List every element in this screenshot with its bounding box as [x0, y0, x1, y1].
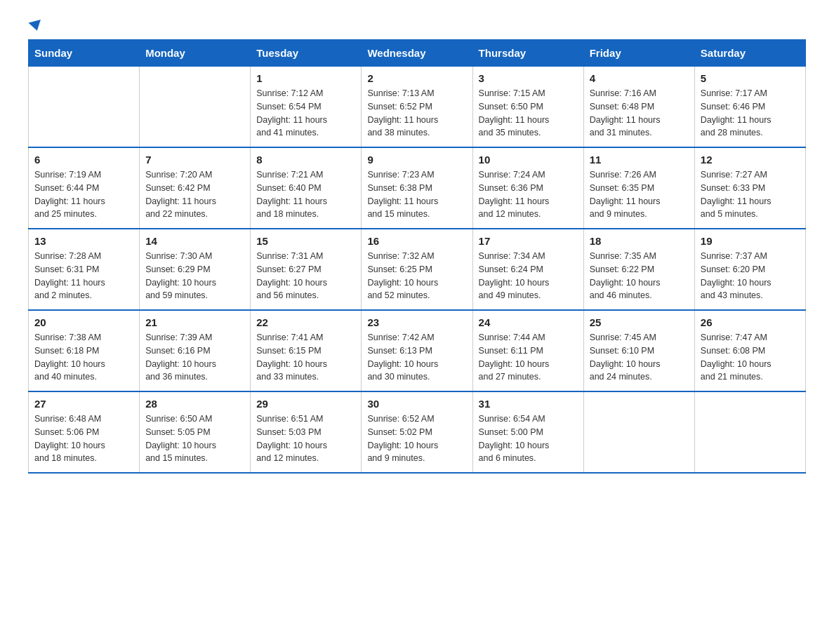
- calendar-cell: 18Sunrise: 7:35 AM Sunset: 6:22 PM Dayli…: [583, 229, 694, 310]
- calendar-cell: 27Sunrise: 6:48 AM Sunset: 5:06 PM Dayli…: [29, 391, 140, 473]
- weekday-header-wednesday: Wednesday: [362, 40, 472, 67]
- day-info: Sunrise: 7:44 AM Sunset: 6:11 PM Dayligh…: [479, 331, 578, 384]
- logo-triangle-icon: [28, 20, 43, 32]
- day-info: Sunrise: 6:52 AM Sunset: 5:02 PM Dayligh…: [367, 412, 466, 465]
- day-number: 2: [367, 72, 466, 84]
- calendar-week-row: 27Sunrise: 6:48 AM Sunset: 5:06 PM Dayli…: [29, 391, 806, 473]
- calendar-cell: 7Sunrise: 7:20 AM Sunset: 6:42 PM Daylig…: [140, 147, 251, 229]
- calendar-cell: 30Sunrise: 6:52 AM Sunset: 5:02 PM Dayli…: [362, 391, 472, 473]
- day-number: 12: [701, 154, 800, 166]
- day-info: Sunrise: 7:39 AM Sunset: 6:16 PM Dayligh…: [145, 331, 244, 384]
- calendar-cell: 22Sunrise: 7:41 AM Sunset: 6:15 PM Dayli…: [251, 310, 362, 391]
- calendar-cell: 26Sunrise: 7:47 AM Sunset: 6:08 PM Dayli…: [694, 310, 805, 391]
- calendar-cell: 6Sunrise: 7:19 AM Sunset: 6:44 PM Daylig…: [29, 147, 140, 229]
- day-number: 16: [367, 235, 466, 247]
- calendar-cell: 10Sunrise: 7:24 AM Sunset: 6:36 PM Dayli…: [472, 147, 583, 229]
- calendar-cell: [694, 391, 805, 473]
- day-number: 4: [590, 72, 689, 84]
- calendar-cell: 29Sunrise: 6:51 AM Sunset: 5:03 PM Dayli…: [251, 391, 362, 473]
- calendar-cell: 8Sunrise: 7:21 AM Sunset: 6:40 PM Daylig…: [251, 147, 362, 229]
- day-info: Sunrise: 7:31 AM Sunset: 6:27 PM Dayligh…: [256, 250, 355, 302]
- day-info: Sunrise: 6:51 AM Sunset: 5:03 PM Dayligh…: [256, 412, 355, 465]
- day-info: Sunrise: 7:15 AM Sunset: 6:50 PM Dayligh…: [479, 87, 578, 140]
- day-info: Sunrise: 7:32 AM Sunset: 6:25 PM Dayligh…: [367, 250, 466, 302]
- day-info: Sunrise: 6:54 AM Sunset: 5:00 PM Dayligh…: [479, 412, 578, 465]
- day-number: 8: [256, 154, 355, 166]
- day-info: Sunrise: 7:23 AM Sunset: 6:38 PM Dayligh…: [367, 168, 466, 221]
- day-info: Sunrise: 7:19 AM Sunset: 6:44 PM Dayligh…: [34, 168, 133, 221]
- calendar-cell: 28Sunrise: 6:50 AM Sunset: 5:05 PM Dayli…: [140, 391, 251, 473]
- calendar-cell: 17Sunrise: 7:34 AM Sunset: 6:24 PM Dayli…: [472, 229, 583, 310]
- day-number: 7: [145, 154, 244, 166]
- day-info: Sunrise: 7:38 AM Sunset: 6:18 PM Dayligh…: [34, 331, 133, 384]
- day-number: 17: [479, 235, 578, 247]
- weekday-header-thursday: Thursday: [472, 40, 583, 67]
- calendar-cell: 31Sunrise: 6:54 AM Sunset: 5:00 PM Dayli…: [472, 391, 583, 473]
- calendar-cell: 19Sunrise: 7:37 AM Sunset: 6:20 PM Dayli…: [694, 229, 805, 310]
- logo: [28, 21, 42, 31]
- day-number: 5: [701, 72, 800, 84]
- calendar-cell: 5Sunrise: 7:17 AM Sunset: 6:46 PM Daylig…: [694, 67, 805, 148]
- weekday-header-tuesday: Tuesday: [251, 40, 362, 67]
- weekday-header-saturday: Saturday: [694, 40, 805, 67]
- day-number: 14: [145, 235, 244, 247]
- calendar-cell: [29, 67, 140, 148]
- day-info: Sunrise: 7:42 AM Sunset: 6:13 PM Dayligh…: [367, 331, 466, 384]
- calendar-cell: 21Sunrise: 7:39 AM Sunset: 6:16 PM Dayli…: [140, 310, 251, 391]
- calendar-cell: 14Sunrise: 7:30 AM Sunset: 6:29 PM Dayli…: [140, 229, 251, 310]
- day-info: Sunrise: 7:21 AM Sunset: 6:40 PM Dayligh…: [256, 168, 355, 221]
- calendar-cell: 12Sunrise: 7:27 AM Sunset: 6:33 PM Dayli…: [694, 147, 805, 229]
- day-number: 3: [479, 72, 578, 84]
- day-number: 22: [256, 316, 355, 328]
- day-info: Sunrise: 7:30 AM Sunset: 6:29 PM Dayligh…: [145, 250, 244, 302]
- day-info: Sunrise: 7:41 AM Sunset: 6:15 PM Dayligh…: [256, 331, 355, 384]
- calendar-cell: 16Sunrise: 7:32 AM Sunset: 6:25 PM Dayli…: [362, 229, 472, 310]
- day-number: 9: [367, 154, 466, 166]
- calendar-week-row: 13Sunrise: 7:28 AM Sunset: 6:31 PM Dayli…: [29, 229, 806, 310]
- day-info: Sunrise: 7:26 AM Sunset: 6:35 PM Dayligh…: [590, 168, 689, 221]
- day-number: 21: [145, 316, 244, 328]
- calendar-header-row: SundayMondayTuesdayWednesdayThursdayFrid…: [29, 40, 806, 67]
- calendar-cell: 24Sunrise: 7:44 AM Sunset: 6:11 PM Dayli…: [472, 310, 583, 391]
- day-number: 26: [701, 316, 800, 328]
- calendar-cell: 25Sunrise: 7:45 AM Sunset: 6:10 PM Dayli…: [583, 310, 694, 391]
- day-number: 27: [34, 398, 133, 410]
- day-info: Sunrise: 6:48 AM Sunset: 5:06 PM Dayligh…: [34, 412, 133, 465]
- day-number: 30: [367, 398, 466, 410]
- day-info: Sunrise: 7:45 AM Sunset: 6:10 PM Dayligh…: [590, 331, 689, 384]
- calendar-week-row: 1Sunrise: 7:12 AM Sunset: 6:54 PM Daylig…: [29, 67, 806, 148]
- day-info: Sunrise: 7:24 AM Sunset: 6:36 PM Dayligh…: [479, 168, 578, 221]
- calendar-cell: 2Sunrise: 7:13 AM Sunset: 6:52 PM Daylig…: [362, 67, 472, 148]
- calendar-cell: 11Sunrise: 7:26 AM Sunset: 6:35 PM Dayli…: [583, 147, 694, 229]
- calendar-week-row: 20Sunrise: 7:38 AM Sunset: 6:18 PM Dayli…: [29, 310, 806, 391]
- day-number: 28: [145, 398, 244, 410]
- calendar-cell: [140, 67, 251, 148]
- day-number: 1: [256, 72, 355, 84]
- day-info: Sunrise: 7:20 AM Sunset: 6:42 PM Dayligh…: [145, 168, 244, 221]
- day-number: 10: [479, 154, 578, 166]
- day-info: Sunrise: 7:35 AM Sunset: 6:22 PM Dayligh…: [590, 250, 689, 302]
- calendar-cell: [583, 391, 694, 473]
- day-info: Sunrise: 7:37 AM Sunset: 6:20 PM Dayligh…: [701, 250, 800, 302]
- day-number: 24: [479, 316, 578, 328]
- weekday-header-monday: Monday: [140, 40, 251, 67]
- day-info: Sunrise: 7:28 AM Sunset: 6:31 PM Dayligh…: [34, 250, 133, 302]
- calendar-cell: 23Sunrise: 7:42 AM Sunset: 6:13 PM Dayli…: [362, 310, 472, 391]
- calendar-cell: 3Sunrise: 7:15 AM Sunset: 6:50 PM Daylig…: [472, 67, 583, 148]
- day-info: Sunrise: 7:16 AM Sunset: 6:48 PM Dayligh…: [590, 87, 689, 140]
- day-info: Sunrise: 7:17 AM Sunset: 6:46 PM Dayligh…: [701, 87, 800, 140]
- day-number: 6: [34, 154, 133, 166]
- calendar-cell: 15Sunrise: 7:31 AM Sunset: 6:27 PM Dayli…: [251, 229, 362, 310]
- day-info: Sunrise: 7:27 AM Sunset: 6:33 PM Dayligh…: [701, 168, 800, 221]
- day-info: Sunrise: 7:12 AM Sunset: 6:54 PM Dayligh…: [256, 87, 355, 140]
- calendar-cell: 1Sunrise: 7:12 AM Sunset: 6:54 PM Daylig…: [251, 67, 362, 148]
- day-number: 15: [256, 235, 355, 247]
- calendar-week-row: 6Sunrise: 7:19 AM Sunset: 6:44 PM Daylig…: [29, 147, 806, 229]
- day-number: 18: [590, 235, 689, 247]
- day-number: 11: [590, 154, 689, 166]
- page-header: [28, 21, 806, 31]
- calendar-cell: 13Sunrise: 7:28 AM Sunset: 6:31 PM Dayli…: [29, 229, 140, 310]
- calendar-cell: 9Sunrise: 7:23 AM Sunset: 6:38 PM Daylig…: [362, 147, 472, 229]
- day-number: 13: [34, 235, 133, 247]
- day-number: 31: [479, 398, 578, 410]
